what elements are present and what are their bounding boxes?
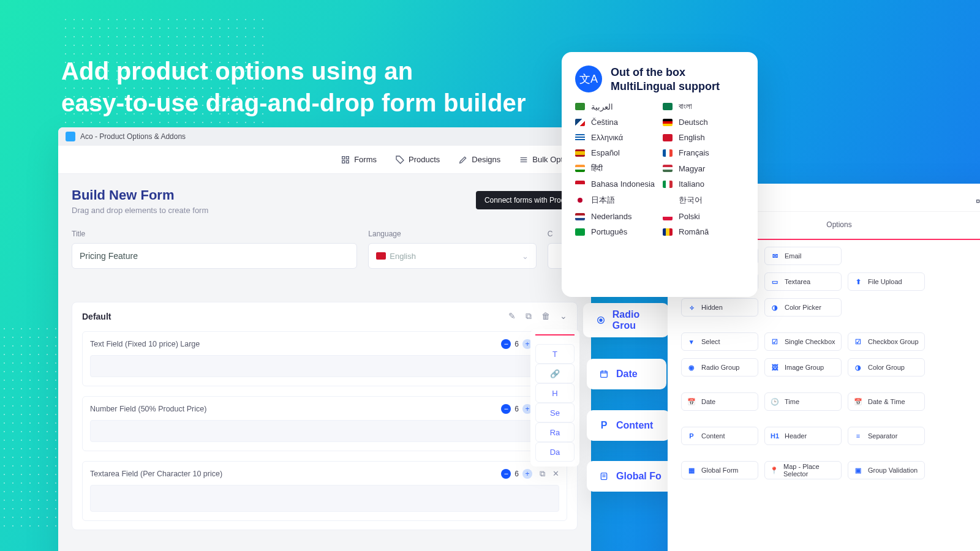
decrement-button[interactable]: − [501, 339, 511, 349]
draggable-radio-group[interactable]: Radio Grou [583, 303, 669, 337]
flag-icon [575, 197, 585, 204]
edit-icon[interactable]: ✎ [508, 311, 516, 321]
language-option[interactable]: 日本語 [575, 195, 657, 206]
language-option[interactable]: Nederlands [575, 212, 657, 221]
nav-designs[interactable]: Designs [458, 155, 500, 165]
option-label: Content [701, 432, 725, 440]
language-option[interactable]: Deutsch [663, 118, 744, 127]
language-option[interactable]: Italiano [663, 179, 744, 189]
option-content[interactable]: PContent [681, 427, 758, 445]
flag-icon [575, 119, 585, 126]
form-field[interactable]: Text Field (Fixed 10 price) Large − 6 + … [82, 331, 567, 386]
option-email[interactable]: ✉Email [764, 247, 842, 265]
option-file-upload[interactable]: ⬆File Upload [848, 272, 925, 291]
copy-icon[interactable]: ⧉ [526, 311, 532, 321]
flag-icon [663, 181, 673, 188]
language-option[interactable]: Polski [663, 212, 744, 221]
draggable-global-form[interactable]: Global Fo [587, 461, 675, 492]
lang-title-2: MultiLingual support [611, 80, 720, 94]
stage: Add product options using an easy-to-use… [0, 0, 980, 551]
radio-group-icon: ◉ [687, 362, 696, 372]
draggable-content[interactable]: P Content [587, 410, 670, 441]
option-map-place-selector[interactable]: 📍Map - Place Selector [764, 461, 842, 479]
count-value: 6 [514, 405, 519, 413]
language-option[interactable]: Português [575, 227, 657, 236]
sidebar-stub[interactable]: Ra [535, 422, 575, 442]
language-option[interactable]: Română [663, 227, 744, 236]
field-preview-input[interactable] [90, 420, 559, 442]
nav-products[interactable]: Products [395, 155, 440, 165]
option-single-checkbox[interactable]: ☑Single Checkbox [764, 332, 842, 351]
draggable-label: Date [616, 369, 638, 380]
trash-icon[interactable]: 🗑 [541, 311, 550, 321]
form-field[interactable]: Textarea Field (Per Character 10 price) … [82, 461, 567, 521]
group-tools: ✎ ⧉ 🗑 ⌄ [508, 311, 567, 321]
language-select[interactable]: English ⌄ [368, 243, 536, 269]
textarea-icon: ▭ [770, 277, 780, 287]
language-option[interactable]: العربية [575, 102, 657, 111]
field-preview-input[interactable] [90, 485, 559, 512]
flag-icon [575, 149, 585, 157]
option-separator[interactable]: ≡Separator [848, 427, 925, 445]
language-option[interactable]: বাংলা [663, 102, 744, 111]
option-group-validation[interactable]: ▣Group Validation [848, 461, 925, 479]
content-icon: P [687, 431, 696, 441]
option-radio-group[interactable]: ◉Radio Group [681, 358, 758, 377]
accent-line [535, 334, 575, 335]
option-header[interactable]: H1Header [764, 427, 842, 445]
option-global-form[interactable]: ▦Global Form [681, 461, 758, 479]
language-name: Magyar [679, 164, 705, 173]
language-name: বাংলা [679, 102, 692, 111]
option-hidden[interactable]: ⟡Hidden [681, 298, 758, 317]
form-field[interactable]: Number Field (50% Product Price) − 6 + ⧉… [82, 396, 567, 451]
svg-rect-1 [347, 156, 349, 159]
option-textarea[interactable]: ▭Textarea [764, 272, 842, 291]
language-option[interactable]: हिंदी [575, 163, 657, 173]
option-label: Textarea [785, 278, 810, 285]
language-option[interactable]: English [663, 133, 744, 142]
option-date-time[interactable]: 📅Date & Time [848, 392, 925, 411]
flag-icon [575, 228, 585, 236]
nav-forms[interactable]: Forms [341, 155, 377, 165]
copy-icon[interactable]: ⧉ [540, 469, 545, 479]
option-image-group[interactable]: 🖼Image Group [764, 358, 842, 377]
option-select[interactable]: ▾Select [681, 332, 758, 351]
draggable-date[interactable]: Date [587, 359, 666, 389]
radio-icon [589, 308, 612, 332]
option-label: Group Validation [868, 467, 918, 474]
field-preview-input[interactable] [90, 355, 559, 377]
flag-icon [575, 103, 585, 110]
field-label: Number Field (50% Product Price) [90, 405, 206, 413]
option-color-picker[interactable]: ◑Color Picker [764, 298, 842, 317]
decrement-button[interactable]: − [501, 469, 511, 479]
tag-icon [395, 155, 405, 165]
language-option[interactable]: Bahasa Indonesia [575, 179, 657, 189]
language-option[interactable]: Español [575, 148, 657, 157]
option-checkbox-group[interactable]: ☑Checkbox Group [848, 332, 925, 351]
sidebar-stub[interactable]: Da [535, 442, 575, 462]
language-option[interactable]: Ελληνικά [575, 133, 657, 142]
app-logo-icon [66, 132, 75, 141]
flag-icon [663, 197, 673, 204]
language-name: हिंदी [591, 163, 603, 173]
option-color-group[interactable]: ◑Color Group [848, 358, 925, 377]
chevron-down-icon: ⌄ [522, 252, 529, 261]
option-time[interactable]: 🕒Time [764, 392, 842, 411]
close-icon[interactable]: ✕ [552, 469, 559, 479]
language-option[interactable]: Čeština [575, 118, 657, 127]
language-option[interactable]: Français [663, 148, 744, 157]
sidebar-stub[interactable]: Se [535, 403, 575, 422]
tab-fo[interactable]: Fo [975, 195, 980, 211]
title-label: Title [72, 230, 357, 238]
decrement-button[interactable]: − [501, 404, 511, 414]
option-date[interactable]: 📅Date [681, 392, 758, 411]
increment-button[interactable]: + [522, 469, 532, 479]
sidebar-stub[interactable]: 🔗 [535, 364, 575, 383]
language-option[interactable]: 한국어 [663, 195, 744, 206]
sidebar-stub[interactable]: T [535, 344, 575, 364]
sidebar-stub[interactable]: H [535, 383, 575, 403]
title-input[interactable] [72, 243, 357, 269]
option-label: Header [785, 432, 807, 440]
language-option[interactable]: Magyar [663, 163, 744, 173]
chevron-down-icon[interactable]: ⌄ [560, 311, 567, 321]
